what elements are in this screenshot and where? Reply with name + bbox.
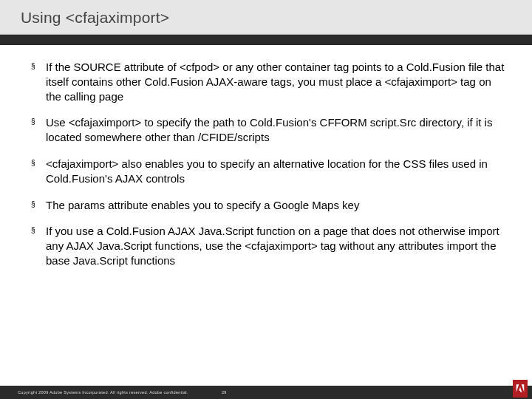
slide: Using <cfajaximport> If the SOURCE attri… [0, 0, 532, 399]
bullet-list: If the SOURCE attribute of <cfpod> or an… [31, 60, 508, 268]
list-item: If you use a Cold.Fusion AJAX Java.Scrip… [31, 224, 508, 267]
adobe-logo [513, 380, 528, 398]
copyright-text: Copyright 2009 Adobe Systems Incorporate… [18, 390, 188, 395]
slide-header: Using <cfajaximport> [0, 0, 532, 35]
adobe-logo-icon [515, 383, 525, 394]
list-item: <cfajaximport> also enables you to speci… [31, 157, 508, 186]
list-item: Use <cfajaximport> to specify the path t… [31, 115, 508, 145]
slide-title: Using <cfajaximport> [21, 9, 511, 27]
slide-footer: Copyright 2009 Adobe Systems Incorporate… [0, 386, 532, 399]
page-number: 29 [222, 390, 227, 395]
list-item: If the SOURCE attribute of <cfpod> or an… [31, 60, 508, 103]
slide-content: If the SOURCE attribute of <cfpod> or an… [0, 45, 532, 399]
header-strip [0, 35, 532, 45]
list-item: The params attribute enables you to spec… [31, 198, 508, 213]
